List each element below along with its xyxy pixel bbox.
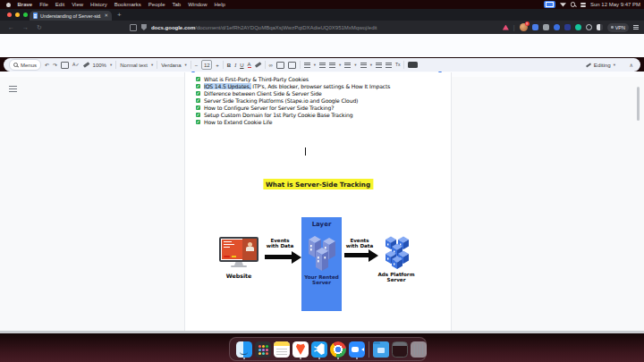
bulleted-list-caret-icon[interactable]: ▾ xyxy=(354,63,356,67)
reading-list-icon[interactable] xyxy=(130,24,137,31)
notes-dock-icon[interactable] xyxy=(274,341,290,358)
apple-icon[interactable] xyxy=(6,3,11,7)
checklist-item[interactable]: ✓ Setup Custom Domain for 1st Party Cook… xyxy=(196,112,352,118)
checkbox-checked-icon[interactable]: ✓ xyxy=(196,120,200,124)
checkbox-checked-icon[interactable]: ✓ xyxy=(196,105,200,110)
zoom-dock-icon[interactable] xyxy=(349,341,365,358)
back-icon[interactable]: ← xyxy=(8,24,14,30)
browser-tab[interactable]: Understanding of Server-sid... ✕ xyxy=(30,11,112,21)
menu-history[interactable]: History xyxy=(90,2,107,7)
maximize-window-button[interactable] xyxy=(23,13,28,17)
clear-formatting-button[interactable]: Tx xyxy=(395,63,401,67)
brave-rewards-icon[interactable] xyxy=(503,25,509,30)
spellcheck-icon[interactable]: A✓ xyxy=(72,63,80,67)
spotlight-search-icon[interactable] xyxy=(571,2,576,7)
menu-file[interactable]: File xyxy=(39,2,48,7)
font-caret-icon[interactable]: ▾ xyxy=(185,63,187,67)
extension-icon-5[interactable] xyxy=(575,24,581,30)
launchpad-dock-icon[interactable] xyxy=(255,341,271,358)
close-window-button[interactable] xyxy=(7,13,12,17)
new-tab-button[interactable]: + xyxy=(117,11,122,19)
align-icon[interactable] xyxy=(304,63,310,68)
checkbox-checked-icon[interactable]: ✓ xyxy=(196,98,200,103)
extension-icon-1[interactable] xyxy=(532,24,538,30)
menu-edit[interactable]: Edit xyxy=(55,2,64,7)
undo-button[interactable]: ↶ xyxy=(45,63,49,68)
checklist-item[interactable]: ✓ How to Extend Cookie Life xyxy=(196,119,272,125)
browser-profile-avatar[interactable]: 9 xyxy=(520,23,528,31)
forward-icon[interactable]: → xyxy=(22,24,29,30)
editing-mode-control[interactable]: Editing ▾ xyxy=(586,62,615,68)
control-center-icon[interactable] xyxy=(580,3,586,7)
checkbox-checked-icon[interactable]: ✓ xyxy=(196,84,200,88)
menu-tab[interactable]: Tab xyxy=(172,2,181,7)
finder-dock-icon[interactable] xyxy=(236,341,252,358)
font-size-decrease[interactable]: − xyxy=(195,63,199,68)
checklist-caret-icon[interactable]: ▾ xyxy=(339,63,341,67)
wifi-icon[interactable] xyxy=(560,3,566,7)
screenshot-thumbnail-dock-icon[interactable] xyxy=(392,341,408,358)
font-size-field[interactable]: 12 xyxy=(201,60,212,70)
minimize-window-button[interactable] xyxy=(15,13,20,17)
extension-icon-6[interactable] xyxy=(586,24,593,31)
extension-icon-2[interactable] xyxy=(543,24,549,30)
checklist-item[interactable]: ✓ Difference between Client Side & Serve… xyxy=(196,90,322,97)
trash-dock-icon[interactable] xyxy=(411,341,427,358)
menu-help[interactable]: Help xyxy=(215,2,225,7)
redo-button[interactable]: ↷ xyxy=(53,63,57,68)
font-size-increase[interactable]: + xyxy=(216,63,219,68)
downloads-folder-dock-icon[interactable] xyxy=(373,341,389,358)
checklist-item[interactable]: ✓ IOS 14.5 Updates, ITP's, Ads blocker, … xyxy=(196,83,390,89)
document-page[interactable]: ✓ What is First-Party & Third-Party Cook… xyxy=(184,72,452,331)
extension-icon-3[interactable] xyxy=(554,24,560,30)
close-tab-icon[interactable]: ✕ xyxy=(104,13,108,19)
checkbox-checked-icon[interactable]: ✓ xyxy=(196,91,200,96)
checkbox-checked-icon[interactable]: ✓ xyxy=(196,113,200,117)
bulleted-list-icon[interactable] xyxy=(344,63,351,68)
italic-button[interactable]: I xyxy=(234,63,236,68)
align-caret-icon[interactable]: ▾ xyxy=(314,63,316,67)
menu-view[interactable]: View xyxy=(72,2,83,7)
reload-icon[interactable]: ↻ xyxy=(37,24,42,30)
insert-image-icon[interactable] xyxy=(288,62,296,69)
url-field[interactable]: docs.google.com/document/d/1efRh2AYDQoMB… xyxy=(151,25,377,30)
menus-search-button[interactable]: Menus xyxy=(9,59,41,71)
browser-menu-icon[interactable] xyxy=(633,25,639,29)
checkbox-checked-icon[interactable]: ✓ xyxy=(196,77,200,81)
menu-app-name[interactable]: Brave xyxy=(18,2,33,7)
document-outline-icon[interactable] xyxy=(9,86,17,92)
menu-people[interactable]: People xyxy=(148,2,165,7)
checklist-item[interactable]: ✓ What is First-Party & Third-Party Cook… xyxy=(196,76,309,82)
checklist-icon[interactable] xyxy=(329,63,335,68)
highlight-color-icon[interactable] xyxy=(254,62,260,67)
menu-bar-clock[interactable]: Sun 12 May 9:47 PM xyxy=(590,2,640,7)
checklist-item[interactable]: ✓ How to Configure Server for Server Sid… xyxy=(196,105,334,111)
brave-shield-icon[interactable] xyxy=(141,24,147,30)
font-select[interactable]: Verdana xyxy=(161,63,181,68)
vpn-button[interactable]: VPN xyxy=(607,23,629,32)
vertical-scrollbar[interactable] xyxy=(637,87,640,121)
zoom-caret-icon[interactable]: ▾ xyxy=(110,63,112,67)
text-color-button[interactable]: A xyxy=(248,62,251,69)
bold-button[interactable]: B xyxy=(227,63,231,68)
styles-select[interactable]: Normal text xyxy=(120,63,148,68)
paint-format-icon[interactable] xyxy=(83,62,89,67)
menu-bookmarks[interactable]: Bookmarks xyxy=(114,2,141,7)
screen-mirroring-icon[interactable] xyxy=(544,1,555,8)
checklist-item[interactable]: ✓ Server Side Tracking Platforms (Stape.… xyxy=(196,97,358,104)
decrease-indent-icon[interactable] xyxy=(376,63,382,68)
increase-indent-icon[interactable] xyxy=(386,63,392,68)
brave-dock-icon[interactable] xyxy=(292,341,309,358)
extension-icon-4[interactable] xyxy=(564,24,571,30)
zoom-select[interactable]: 100% xyxy=(93,63,106,68)
numbered-list-caret-icon[interactable]: ▾ xyxy=(370,63,372,67)
insert-link-icon[interactable]: ∞ xyxy=(269,63,273,68)
extension-toolbar-icon[interactable] xyxy=(408,62,418,68)
styles-caret-icon[interactable]: ▾ xyxy=(151,63,153,67)
collapse-toolbar-icon[interactable]: ∧ xyxy=(630,62,633,68)
vscode-dock-icon[interactable] xyxy=(311,341,327,358)
underline-button[interactable]: U xyxy=(240,63,243,68)
numbered-list-icon[interactable] xyxy=(360,63,367,68)
extension-icon-7[interactable] xyxy=(597,24,603,30)
add-comment-icon[interactable] xyxy=(276,62,284,69)
